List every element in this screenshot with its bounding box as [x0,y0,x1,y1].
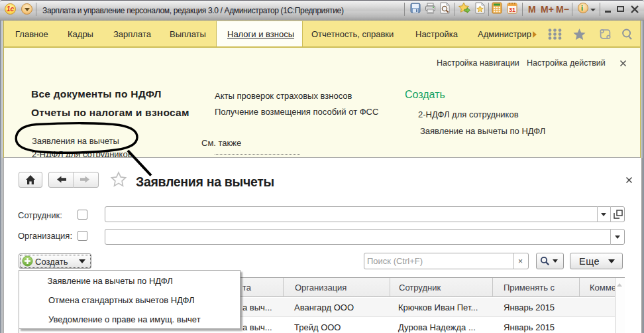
svg-text:31: 31 [509,7,515,13]
